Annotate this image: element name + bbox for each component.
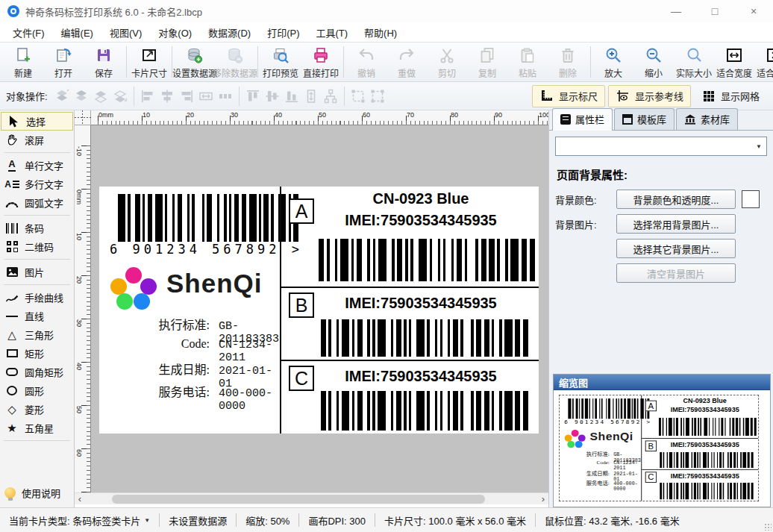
tool-arc-text[interactable]: 圆弧文字: [0, 193, 74, 212]
logo-text[interactable]: ShenQi: [166, 269, 263, 298]
tool-diamond[interactable]: ◇ 菱形: [0, 400, 74, 419]
barcode-bar: [476, 319, 481, 357]
tab-materials[interactable]: 素材库: [676, 108, 738, 130]
minimize-button[interactable]: —: [657, 0, 695, 22]
close-button[interactable]: ×: [734, 0, 773, 22]
maximize-button[interactable]: □: [695, 0, 734, 22]
section-c-tag[interactable]: C: [645, 472, 657, 483]
label-info-block[interactable]: 执行标准:GB-201183383 Code:CN-1234-2011 生成日期…: [560, 450, 641, 488]
properties-icon: [560, 114, 571, 125]
label-info-block[interactable]: 执行标准:GB-201183383 Code:CN-1234-2011 生成日期…: [99, 315, 280, 404]
section-b-tag[interactable]: B: [645, 440, 657, 451]
card-size-button[interactable]: 卡片尺寸: [129, 44, 169, 81]
fit-height-button[interactable]: 适合高度: [754, 44, 773, 81]
actual-size-button[interactable]: 实际大小: [674, 44, 714, 81]
tool-curve[interactable]: 手绘曲线: [0, 288, 74, 307]
menu-tools[interactable]: 工具(T): [307, 22, 356, 43]
menu-edit[interactable]: 编辑(E): [53, 22, 101, 43]
tool-star[interactable]: ★ 五角星: [0, 419, 74, 437]
scroll-right-icon[interactable]: ›: [538, 494, 548, 504]
section-c-imei[interactable]: IMEI:75903534345935: [660, 473, 750, 481]
tool-separator: [4, 259, 70, 260]
ean13-barcode[interactable]: [568, 398, 649, 419]
section-a-tag[interactable]: A: [289, 198, 314, 224]
tool-barcode[interactable]: 条码: [0, 219, 74, 237]
object-selector-dropdown[interactable]: ▼: [555, 137, 767, 156]
design-canvas[interactable]: 6 901234 567892 > ShenQi 执行标准:GB-2011833…: [91, 125, 548, 492]
tab-properties[interactable]: 属性栏: [552, 108, 613, 131]
ruler-label: -10: [75, 146, 83, 156]
barcode-bar: [148, 194, 153, 242]
section-a-barcode[interactable]: [319, 239, 535, 281]
section-a-imei[interactable]: IMEI:75903534345935: [660, 406, 750, 413]
app-window: 神奇条码标签打印系统 6.0 - 未命名2.lbcp — □ × 文件(F) 编…: [0, 0, 773, 532]
menu-file[interactable]: 文件(F): [4, 22, 53, 43]
section-c-barcode[interactable]: [660, 483, 754, 500]
section-b-tag[interactable]: B: [289, 292, 314, 318]
thumbnail-label[interactable]: 6 901234 567892 > ShenQi 执行标准:GB-2011833…: [559, 395, 759, 501]
section-c-barcode[interactable]: [321, 391, 528, 431]
zoom-out-button[interactable]: 缩小: [633, 44, 674, 81]
tool-select[interactable]: 选择: [1, 112, 73, 131]
shenqi-logo-icon[interactable]: [110, 267, 158, 310]
thumbnail-preview[interactable]: 6 901234 567892 > ShenQi 执行标准:GB-2011833…: [554, 390, 770, 507]
undo-icon: [357, 46, 376, 65]
tool-qrcode[interactable]: 二维码: [0, 237, 74, 256]
tool-rectangle[interactable]: 矩形: [0, 344, 74, 363]
section-c-tag[interactable]: C: [289, 366, 314, 391]
menu-datasource[interactable]: 数据源(D): [200, 22, 259, 43]
section-a-barcode[interactable]: [659, 418, 757, 436]
tool-rounded-rect[interactable]: 圆角矩形: [0, 363, 74, 381]
section-b-imei[interactable]: IMEI:75903534345935: [660, 442, 750, 449]
status-card-type[interactable]: 当前卡片类型: 条码标签类卡片 ▼: [0, 513, 159, 528]
tool-multi-text[interactable]: A 多行文字: [0, 175, 74, 193]
menu-help[interactable]: 帮助(H): [356, 22, 405, 43]
ruler-origin-corner: [75, 110, 91, 125]
tool-image[interactable]: 图片: [0, 263, 74, 281]
set-datasource-button[interactable]: 设置数据源: [175, 44, 215, 81]
shenqi-logo-icon[interactable]: [565, 430, 586, 448]
section-c-imei[interactable]: IMEI:75903534345935: [322, 368, 520, 385]
copy-icon: [478, 46, 497, 65]
direct-print-button[interactable]: 直接打印: [301, 44, 341, 81]
label-canvas[interactable]: 6 901234 567892 > ShenQi 执行标准:GB-2011833…: [99, 187, 539, 434]
scroll-left-icon[interactable]: ‹: [75, 494, 85, 504]
section-a-title[interactable]: CN-0923 Blue: [322, 190, 520, 207]
show-guides-toggle[interactable]: 显示参考线: [608, 85, 691, 107]
tool-line[interactable]: 直线: [0, 307, 74, 325]
zoom-in-button[interactable]: 放大: [593, 44, 633, 81]
bg-other-image-button[interactable]: 选择其它背景图片...: [616, 239, 736, 258]
tool-triangle[interactable]: △ 三角形: [0, 325, 74, 344]
fit-width-button[interactable]: 适合宽度: [714, 44, 754, 81]
section-a-tag[interactable]: A: [645, 401, 657, 412]
show-ruler-toggle[interactable]: 显示标尺: [532, 85, 605, 107]
tab-templates[interactable]: 模板库: [614, 108, 675, 130]
menu-view[interactable]: 视图(V): [101, 22, 150, 43]
section-a-title[interactable]: CN-0923 Blue: [660, 397, 750, 404]
h-scrollbar[interactable]: ‹ ›: [75, 492, 548, 504]
new-button[interactable]: 新建: [3, 44, 43, 81]
h-scrollbar-thumb[interactable]: [112, 495, 485, 504]
bg-color-swatch[interactable]: [742, 190, 760, 208]
section-b-barcode[interactable]: [321, 319, 528, 357]
section-a-imei[interactable]: IMEI:75903534345935: [322, 212, 520, 229]
print-preview-button[interactable]: 打印预览: [260, 44, 301, 81]
menu-object[interactable]: 对象(O): [150, 22, 200, 43]
help-button[interactable]: 使用说明: [4, 486, 60, 500]
object-toolbar-label: 对象操作:: [6, 89, 48, 103]
object-toolbar: 对象操作: 显示标尺 显示参考线: [0, 82, 773, 110]
menu-print[interactable]: 打印(P): [259, 22, 307, 43]
logo-text[interactable]: ShenQi: [590, 431, 633, 443]
section-b-barcode[interactable]: [660, 452, 754, 468]
bg-common-image-button[interactable]: 选择常用背景图片...: [616, 214, 736, 234]
tool-circle[interactable]: 圆形: [0, 381, 74, 400]
resize-grip[interactable]: [764, 523, 772, 531]
open-button[interactable]: 打开: [43, 44, 84, 81]
section-b-imei[interactable]: IMEI:75903534345935: [322, 295, 520, 312]
show-grid-toggle[interactable]: 显示网格: [694, 85, 767, 107]
tool-single-text[interactable]: A 单行文字: [0, 156, 74, 175]
tool-pan[interactable]: 滚屏: [0, 131, 74, 149]
ean13-barcode[interactable]: [118, 194, 298, 242]
save-button[interactable]: 保存: [84, 44, 124, 81]
bg-color-button[interactable]: 背景颜色和透明度...: [616, 190, 736, 209]
